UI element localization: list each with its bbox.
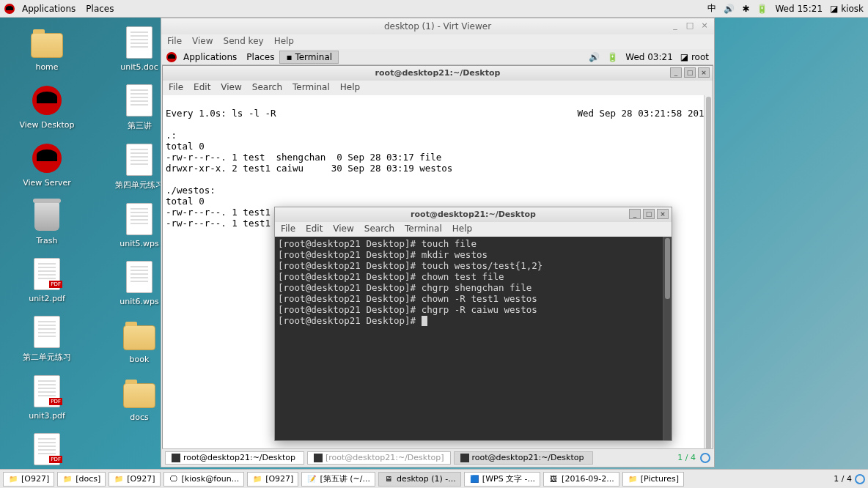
img-icon: 🖼 xyxy=(548,474,559,484)
host-task-button[interactable]: 🖵[kiosk@foun... xyxy=(163,472,245,487)
virt-menu-sendkey[interactable]: Send key xyxy=(224,36,264,48)
term-icon: 🖵 xyxy=(169,474,179,484)
places-menu[interactable]: Places xyxy=(81,2,118,15)
term2-menu-edit[interactable]: Edit xyxy=(306,223,323,235)
desktop-icon-label: unit2.pdf xyxy=(26,293,68,304)
term-menu-search[interactable]: Search xyxy=(252,82,282,94)
virt-titlebar[interactable]: desktop (1) - Virt Viewer _ □ × xyxy=(161,18,714,34)
terminal-icon xyxy=(460,454,469,462)
guest-task-button[interactable]: [root@desktop21:~/Desktop] xyxy=(307,451,451,465)
file-mgr-icon: 📁 xyxy=(628,474,638,484)
host-task-button[interactable]: 📝[第五讲 (~/... xyxy=(301,472,375,487)
terminal-shell-window: root@desktop21:~/Desktop _ □ × File Edit… xyxy=(274,207,672,441)
term-close-button[interactable]: × xyxy=(698,67,710,78)
host-task-button[interactable]: 📁[O927] xyxy=(3,472,54,487)
guest-task-button[interactable]: root@desktop21:~/Desktop xyxy=(165,451,304,465)
close-button[interactable]: × xyxy=(699,21,710,31)
desktop-icon-View-Desktop[interactable]: View Desktop xyxy=(10,83,84,130)
host-task-label: [kiosk@foun... xyxy=(182,474,240,484)
clock[interactable]: Wed 15:21 xyxy=(775,4,823,14)
desktop-icon-label: 第二单元练习 xyxy=(20,351,74,363)
terminal-shell-body[interactable]: [root@desktop21 Desktop]# touch file[roo… xyxy=(275,237,672,440)
watch-timestamp: Wed Sep 28 03:21:58 2016 xyxy=(577,108,710,119)
term2-menu-search[interactable]: Search xyxy=(364,223,394,235)
term-menu-file[interactable]: File xyxy=(169,82,183,94)
terminal-shell-titlebar[interactable]: root@desktop21:~/Desktop _ □ × xyxy=(275,207,672,222)
terminal-line: [root@desktop21 Desktop]# chgrp shengcha… xyxy=(278,282,669,293)
host-task-button[interactable]: 🖼[2016-09-2... xyxy=(543,472,619,487)
host-task-button[interactable]: 🟦[WPS 文字 -... xyxy=(464,472,540,487)
host-task-button[interactable]: 📁[O927] xyxy=(108,472,160,487)
terminal2-scrollbar[interactable] xyxy=(663,237,672,440)
desktop-icon-label: View Desktop xyxy=(17,119,78,130)
file-mgr-icon: 📁 xyxy=(252,474,262,484)
term-maximize-button[interactable]: □ xyxy=(684,67,696,78)
host-workspace-indicator[interactable]: 1 / 4 xyxy=(834,474,852,484)
ime-indicator[interactable]: 中 xyxy=(707,2,716,15)
pdf-icon xyxy=(29,374,65,409)
term-menu-terminal[interactable]: Terminal xyxy=(293,82,330,94)
term-menu-view[interactable]: View xyxy=(221,82,241,94)
guest-workspace-icon[interactable] xyxy=(700,453,710,463)
term2-minimize-button[interactable]: _ xyxy=(629,209,641,219)
desktop-icon-label: docs xyxy=(127,412,152,423)
terminal-watch-menubar: File Edit View Search Terminal Help xyxy=(163,81,713,95)
guest-user-menu[interactable]: ◪ root xyxy=(680,52,709,62)
watch-command: Every 1.0s: ls -l -R xyxy=(166,108,276,119)
virt-menu-view[interactable]: View xyxy=(192,36,213,48)
doc-icon xyxy=(122,83,157,118)
desktop-icon-unit3-pdf[interactable]: unit3.pdf xyxy=(10,374,84,421)
desktop-icon-View-Server[interactable]: View Server xyxy=(10,141,84,188)
guest-workspace-indicator[interactable]: 1 / 4 xyxy=(677,453,696,462)
virt-menu-file[interactable]: File xyxy=(167,36,182,48)
host-task-label: [第五讲 (~/... xyxy=(320,473,370,484)
term2-close-button[interactable]: × xyxy=(657,209,669,219)
desktop-icon-label: 第四单元练习 xyxy=(112,179,166,191)
terminal-line: [root@desktop21 Desktop]# chgrp -R caiwu… xyxy=(278,304,669,315)
bluetooth-icon[interactable]: ✱ xyxy=(742,4,749,14)
desktop-icon-label: unit6.wps xyxy=(117,296,162,307)
desktop-icon-Trash[interactable]: Trash xyxy=(10,199,84,246)
terminal-watch-titlebar[interactable]: root@desktop21:~/Desktop _ □ × xyxy=(163,66,713,81)
applications-menu[interactable]: Applications xyxy=(18,2,80,15)
term2-menu-view[interactable]: View xyxy=(333,223,353,235)
terminal-icon xyxy=(314,454,323,462)
desktop-icon-------[interactable]: 第二单元练习 xyxy=(10,314,84,363)
rh-icon xyxy=(29,83,65,118)
host-task-button[interactable]: 📁[Pictures] xyxy=(622,472,684,487)
host-workspace-icon[interactable] xyxy=(855,474,865,484)
wps-icon: 🟦 xyxy=(469,474,479,484)
host-task-label: [WPS 文字 -... xyxy=(482,473,535,484)
term-menu-help[interactable]: Help xyxy=(340,82,360,94)
maximize-button[interactable]: □ xyxy=(685,21,695,31)
guest-volume-icon[interactable]: 🔊 xyxy=(589,52,600,62)
redhat-logo-icon xyxy=(4,4,15,14)
virt-menu-help[interactable]: Help xyxy=(274,36,294,48)
desktop-icon-home[interactable]: home xyxy=(10,25,84,73)
minimize-button[interactable]: _ xyxy=(670,21,680,31)
user-menu[interactable]: ◪ kiosk xyxy=(830,4,864,14)
guest-places-menu[interactable]: Places xyxy=(242,51,279,64)
term2-menu-help[interactable]: Help xyxy=(452,223,472,235)
battery-icon[interactable]: 🔋 xyxy=(757,4,768,14)
guest-battery-icon[interactable]: 🔋 xyxy=(607,52,618,62)
term2-menu-terminal[interactable]: Terminal xyxy=(405,223,442,235)
host-task-button[interactable]: 📁[O927] xyxy=(247,472,298,487)
term-minimize-button[interactable]: _ xyxy=(670,67,682,78)
folder-icon xyxy=(122,317,157,352)
virt-menubar: File View Send key Help xyxy=(161,34,714,49)
term2-maximize-button[interactable]: □ xyxy=(643,209,655,219)
volume-icon[interactable]: 🔊 xyxy=(724,4,735,14)
guest-active-app[interactable]: ▪ Terminal xyxy=(279,51,339,64)
desktop-icon-unit2-pdf[interactable]: unit2.pdf xyxy=(10,256,84,304)
guest-task-button[interactable]: root@desktop21:~/Desktop xyxy=(454,451,593,465)
host-task-button[interactable]: 📁[docs] xyxy=(57,472,106,487)
guest-clock[interactable]: Wed 03:21 xyxy=(625,52,673,62)
guest-applications-menu[interactable]: Applications xyxy=(179,51,241,64)
term-menu-edit[interactable]: Edit xyxy=(194,82,210,94)
doc-icon xyxy=(122,259,157,295)
host-task-button[interactable]: 🖥desktop (1) -... xyxy=(378,472,461,487)
terminal-scrollbar[interactable] xyxy=(704,95,713,448)
file-mgr-icon: 📁 xyxy=(114,474,124,484)
term2-menu-file[interactable]: File xyxy=(281,223,295,235)
